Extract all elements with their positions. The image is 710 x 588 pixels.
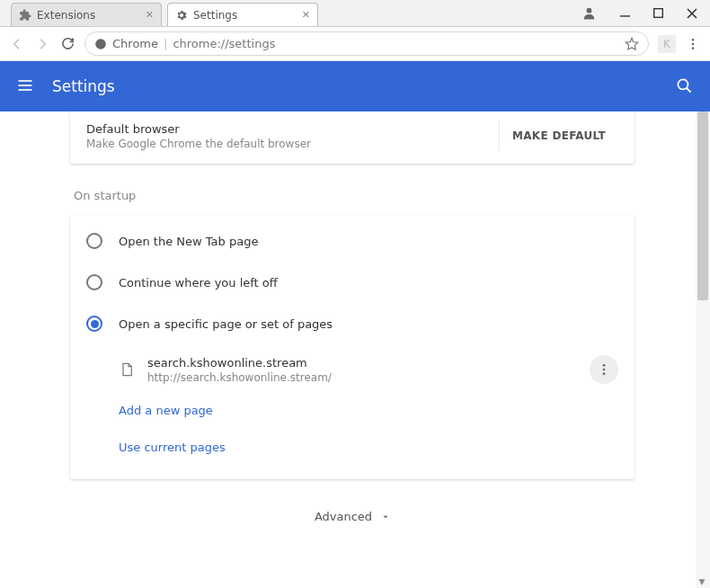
content-scroll[interactable]: ▲ ▼ Default browser Make Google Chrome t… bbox=[0, 111, 710, 588]
svg-point-6 bbox=[95, 39, 106, 49]
window-minimize-icon[interactable] bbox=[620, 8, 630, 18]
svg-point-13 bbox=[678, 79, 688, 89]
reload-icon[interactable] bbox=[59, 36, 75, 52]
svg-point-14 bbox=[603, 364, 606, 367]
advanced-toggle[interactable]: Advanced bbox=[70, 510, 635, 523]
svg-rect-4 bbox=[620, 15, 630, 16]
scrollbar-thumb[interactable] bbox=[697, 111, 708, 300]
window-close-icon[interactable] bbox=[687, 8, 697, 19]
page-more-button[interactable] bbox=[590, 355, 618, 384]
radio-label: Open a specific page or set of pages bbox=[119, 317, 333, 331]
window-maximize-icon[interactable] bbox=[653, 8, 663, 18]
address-input[interactable]: Chrome | chrome://settings bbox=[84, 31, 649, 56]
page-document-icon bbox=[119, 361, 135, 378]
url-text: chrome://settings bbox=[173, 37, 275, 50]
radio-icon bbox=[86, 233, 102, 249]
radio-continue[interactable]: Continue where you left off bbox=[70, 262, 635, 303]
default-browser-subtitle: Make Google Chrome the default browser bbox=[86, 138, 311, 150]
svg-point-9 bbox=[692, 47, 695, 49]
startup-page-url: http://search.kshowonline.stream/ bbox=[147, 371, 332, 384]
forward-icon[interactable] bbox=[34, 36, 50, 52]
tab-settings[interactable]: Settings ✕ bbox=[167, 3, 318, 26]
radio-label: Continue where you left off bbox=[119, 276, 278, 290]
address-bar: Chrome | chrome://settings K bbox=[0, 27, 710, 61]
tab-label: Extensions bbox=[37, 9, 95, 22]
radio-specific-page[interactable]: Open a specific page or set of pages bbox=[70, 303, 635, 344]
make-default-button[interactable]: MAKE DEFAULT bbox=[499, 120, 618, 151]
bookmark-star-icon[interactable] bbox=[625, 37, 639, 51]
svg-rect-5 bbox=[654, 9, 663, 18]
startup-page-title: search.kshowonline.stream bbox=[147, 356, 332, 370]
radio-icon bbox=[86, 274, 102, 290]
profile-icon[interactable] bbox=[581, 5, 597, 21]
tab-close-icon[interactable]: ✕ bbox=[302, 9, 310, 21]
radio-new-tab[interactable]: Open the New Tab page bbox=[70, 220, 635, 262]
advanced-label: Advanced bbox=[315, 510, 372, 523]
gear-icon bbox=[175, 9, 188, 22]
svg-point-15 bbox=[603, 369, 606, 371]
puzzle-icon bbox=[19, 9, 31, 22]
tab-extensions[interactable]: Extensions ✕ bbox=[11, 3, 162, 26]
hamburger-menu-icon[interactable] bbox=[16, 76, 36, 96]
svg-point-7 bbox=[692, 39, 695, 41]
svg-point-16 bbox=[603, 372, 606, 375]
radio-icon bbox=[86, 316, 102, 332]
default-browser-title: Default browser bbox=[86, 122, 311, 136]
default-browser-card: Default browser Make Google Chrome the d… bbox=[70, 111, 635, 164]
svg-rect-11 bbox=[19, 85, 32, 86]
url-scheme: Chrome bbox=[112, 37, 158, 50]
use-current-pages-link[interactable]: Use current pages bbox=[70, 421, 635, 463]
scroll-down-icon[interactable]: ▼ bbox=[697, 577, 706, 586]
tab-close-icon[interactable]: ✕ bbox=[146, 9, 154, 21]
extension-badge[interactable]: K bbox=[658, 35, 676, 53]
page-title: Settings bbox=[52, 77, 115, 95]
startup-card: Open the New Tab page Continue where you… bbox=[70, 215, 635, 479]
on-startup-label: On startup bbox=[74, 189, 635, 202]
chevron-down-icon bbox=[381, 512, 390, 521]
tab-label: Settings bbox=[193, 9, 237, 22]
svg-rect-12 bbox=[19, 89, 32, 91]
svg-point-3 bbox=[587, 8, 592, 13]
settings-header: Settings bbox=[0, 61, 710, 111]
radio-label: Open the New Tab page bbox=[119, 235, 258, 248]
add-new-page-link[interactable]: Add a new page bbox=[70, 388, 635, 421]
svg-point-8 bbox=[692, 42, 695, 45]
chrome-menu-icon[interactable] bbox=[685, 36, 701, 52]
startup-page-entry: search.kshowonline.stream http://search.… bbox=[70, 344, 635, 388]
search-icon[interactable] bbox=[676, 77, 694, 95]
svg-rect-10 bbox=[19, 80, 32, 82]
secure-icon bbox=[94, 38, 107, 50]
back-icon[interactable] bbox=[9, 36, 25, 52]
scrollbar-track[interactable]: ▲ ▼ bbox=[696, 111, 710, 588]
